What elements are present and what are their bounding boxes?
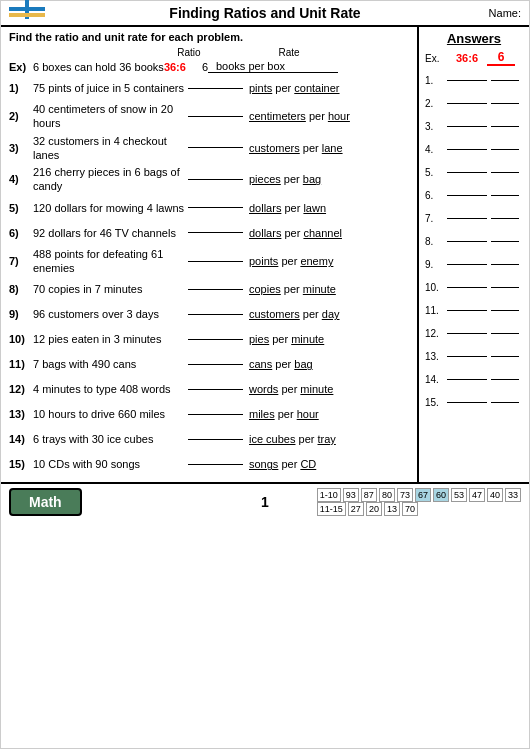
answer-ratio-box[interactable] bbox=[447, 195, 487, 196]
main-content: Find the ratio and unit rate for each pr… bbox=[1, 27, 529, 482]
answer-ratio-box[interactable] bbox=[447, 402, 487, 403]
problem-text: 70 copies in 7 minutes bbox=[33, 282, 188, 296]
problem-row: 10)12 pies eaten in 3 minutespies per mi… bbox=[9, 328, 409, 350]
answer-row: 14. bbox=[425, 369, 523, 389]
answer-ratio-box[interactable] bbox=[447, 333, 487, 334]
problem-ratio-input[interactable] bbox=[188, 88, 243, 89]
answer-rate-box[interactable] bbox=[491, 126, 519, 127]
problem-ratio-input[interactable] bbox=[188, 439, 243, 440]
problem-ratio-input[interactable] bbox=[188, 147, 243, 148]
problem-ratio-input[interactable] bbox=[188, 339, 243, 340]
problem-unit: customers per lane bbox=[243, 142, 409, 154]
answer-ratio-box[interactable] bbox=[447, 218, 487, 219]
answer-rate-box[interactable] bbox=[491, 356, 519, 357]
answer-ratio-box[interactable] bbox=[447, 103, 487, 104]
answer-rate-box[interactable] bbox=[491, 264, 519, 265]
problem-number: 2) bbox=[9, 110, 33, 122]
svg-rect-2 bbox=[9, 13, 45, 17]
problem-unit: miles per hour bbox=[243, 408, 409, 420]
problem-ratio-input[interactable] bbox=[188, 314, 243, 315]
answer-rate-box[interactable] bbox=[491, 287, 519, 288]
answer-number: 10. bbox=[425, 282, 447, 293]
answer-ratio-box[interactable] bbox=[447, 80, 487, 81]
answer-number: 9. bbox=[425, 259, 447, 270]
answer-row: 15. bbox=[425, 392, 523, 412]
problem-number: 5) bbox=[9, 202, 33, 214]
answer-rate-box[interactable] bbox=[491, 195, 519, 196]
problem-ratio-input[interactable] bbox=[188, 232, 243, 233]
answer-rate-box[interactable] bbox=[491, 172, 519, 173]
answer-row: 10. bbox=[425, 277, 523, 297]
answer-rate-box[interactable] bbox=[491, 402, 519, 403]
answer-ratio-box[interactable] bbox=[447, 356, 487, 357]
name-label: Name: bbox=[489, 7, 521, 19]
answer-rate-box[interactable] bbox=[491, 80, 519, 81]
problem-unit: pies per minute bbox=[243, 333, 409, 345]
answer-ratio-box[interactable] bbox=[447, 287, 487, 288]
problem-ratio-input[interactable] bbox=[188, 364, 243, 365]
page-title: Finding Ratios and Unit Rate bbox=[169, 5, 360, 21]
score-cell: 93 bbox=[343, 488, 359, 502]
problem-number: 4) bbox=[9, 173, 33, 185]
answer-rate-box[interactable] bbox=[491, 241, 519, 242]
page: Finding Ratios and Unit Rate Name: Find … bbox=[0, 0, 530, 749]
answer-row: 11. bbox=[425, 300, 523, 320]
problem-ratio-input[interactable] bbox=[188, 464, 243, 465]
problem-text: 32 customers in 4 checkout lanes bbox=[33, 134, 188, 163]
math-button[interactable]: Math bbox=[9, 488, 82, 516]
answer-rate-box[interactable] bbox=[491, 149, 519, 150]
answer-ratio-box[interactable] bbox=[447, 264, 487, 265]
problem-row: 4)216 cherry pieces in 6 bags of candypi… bbox=[9, 165, 409, 194]
footer: Math 1 1-1093878073676053474033 11-15272… bbox=[1, 482, 529, 520]
answer-row: 2. bbox=[425, 93, 523, 113]
answer-number: 14. bbox=[425, 374, 447, 385]
problem-ratio-input[interactable] bbox=[188, 414, 243, 415]
problem-number: 6) bbox=[9, 227, 33, 239]
problem-number: 9) bbox=[9, 308, 33, 320]
answer-number: 13. bbox=[425, 351, 447, 362]
answer-rate-box[interactable] bbox=[491, 103, 519, 104]
answer-rate-box[interactable] bbox=[491, 218, 519, 219]
score-cell: 1-10 bbox=[317, 488, 341, 502]
score-cell: 87 bbox=[361, 488, 377, 502]
answer-ratio-box[interactable] bbox=[447, 126, 487, 127]
answer-number: 5. bbox=[425, 167, 447, 178]
problem-row: 14)6 trays with 30 ice cubesice cubes pe… bbox=[9, 428, 409, 450]
problem-number: 1) bbox=[9, 82, 33, 94]
answer-example-val2: 6 bbox=[487, 50, 515, 66]
answer-rate-box[interactable] bbox=[491, 310, 519, 311]
answer-ratio-box[interactable] bbox=[447, 241, 487, 242]
problem-unit: points per enemy bbox=[243, 255, 409, 267]
answer-ratio-box[interactable] bbox=[447, 149, 487, 150]
answer-number: 11. bbox=[425, 305, 447, 316]
score-cell: 47 bbox=[469, 488, 485, 502]
problem-unit: centimeters per hour bbox=[243, 110, 409, 122]
score-cell: 11-15 bbox=[317, 502, 346, 516]
answer-number: 15. bbox=[425, 397, 447, 408]
answer-ratio-box[interactable] bbox=[447, 172, 487, 173]
problem-number: 10) bbox=[9, 333, 33, 345]
problem-ratio-input[interactable] bbox=[188, 261, 243, 262]
example-ratio-colored: 36:6 bbox=[164, 61, 186, 73]
answer-ratio-box[interactable] bbox=[447, 310, 487, 311]
score-cell: 53 bbox=[451, 488, 467, 502]
answer-number: 6. bbox=[425, 190, 447, 201]
problems-area: Find the ratio and unit rate for each pr… bbox=[1, 27, 419, 482]
answer-ratio-box[interactable] bbox=[447, 379, 487, 380]
answers-area: Answers Ex. 36:6 6 1.2.3.4.5.6.7.8.9.10.… bbox=[419, 27, 529, 482]
problem-ratio-input[interactable] bbox=[188, 207, 243, 208]
column-headers: Ratio Rate bbox=[9, 47, 409, 58]
problem-ratio-input[interactable] bbox=[188, 289, 243, 290]
problem-unit: dollars per lawn bbox=[243, 202, 409, 214]
example-label: Ex) bbox=[9, 61, 33, 73]
problem-number: 14) bbox=[9, 433, 33, 445]
answer-row: 4. bbox=[425, 139, 523, 159]
answer-rate-box[interactable] bbox=[491, 333, 519, 334]
problem-ratio-input[interactable] bbox=[188, 179, 243, 180]
problem-unit: songs per CD bbox=[243, 458, 409, 470]
answer-rate-box[interactable] bbox=[491, 379, 519, 380]
problem-ratio-input[interactable] bbox=[188, 116, 243, 117]
logo bbox=[9, 0, 45, 27]
problem-row: 6)92 dollars for 46 TV channelsdollars p… bbox=[9, 222, 409, 244]
problem-ratio-input[interactable] bbox=[188, 389, 243, 390]
